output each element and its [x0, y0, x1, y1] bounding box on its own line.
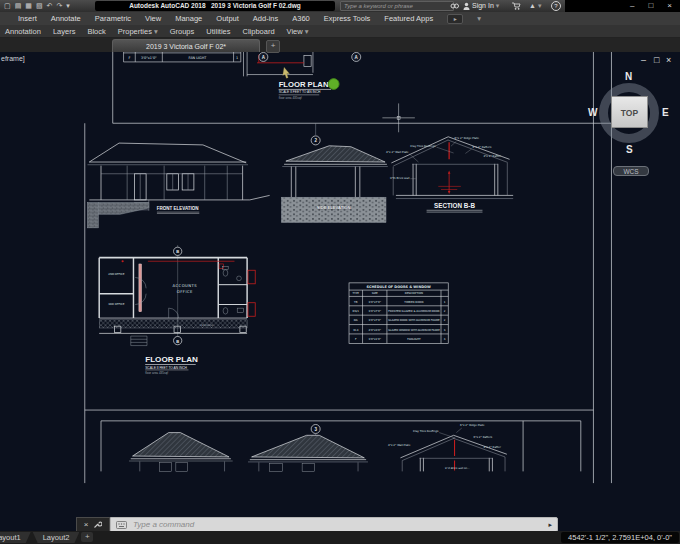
print-icon[interactable]: ▧	[36, 1, 43, 11]
ribbon-tab-bar: Insert Annotate Parametric View Manage O…	[0, 12, 680, 25]
cell: GLAZED WINDOW WITH ALUMINUM FRAME	[388, 328, 440, 332]
viewcube-top-face[interactable]: TOP	[611, 96, 648, 128]
model-space-canvas[interactable]: F 3'0"x1'0" FAN LIGHT 1 A A FLOOR PLAN S…	[0, 52, 680, 530]
minimize-button[interactable]: –	[630, 0, 634, 12]
floor-plan-scale-top: SCALE 8 FEET TO AN INCH	[279, 90, 321, 94]
viewcube-west[interactable]: W	[588, 107, 597, 118]
cell: 1	[444, 300, 446, 304]
viewcube-east[interactable]: E	[662, 107, 669, 118]
restore-button[interactable]: □	[648, 0, 653, 12]
redo-icon[interactable]: ↷	[56, 1, 62, 11]
floor-plan-title: FLOOR PLAN	[145, 355, 198, 364]
quick-access-caret-icon[interactable]: ▾	[66, 1, 70, 11]
annotation-wall-plate: 4"x 2" Wall Plate	[386, 150, 409, 154]
panel-properties-label: Properties	[118, 27, 152, 36]
connect-icon[interactable]: ▸	[447, 14, 463, 24]
col-header: DESCRIPTION	[405, 291, 423, 295]
panel-clipboard[interactable]: Clipboard	[242, 27, 274, 36]
panel-utilities[interactable]: Utilities	[206, 27, 230, 36]
room-label-2nd-office: 2ND OFFICE	[108, 272, 125, 276]
command-input-area[interactable]: ▸	[110, 517, 558, 532]
panel-groups[interactable]: Groups	[170, 27, 195, 36]
ribbon-tab-annotate[interactable]: Annotate	[51, 14, 81, 23]
exchange-apps-icon[interactable]: ▲▾	[529, 1, 541, 11]
cell: 3'0"x7'0"	[369, 300, 381, 304]
coordinates-readout: 4542'-1 1/2", 2.7591E+04, 0'-0"	[561, 532, 679, 543]
section-marker-b-top: B	[176, 249, 179, 254]
floor-plan-drawing: B 2ND OFFICE 3RD OFFICE	[99, 245, 255, 375]
room-label-3rd-office: 3RD OFFICE	[108, 302, 124, 306]
panel-view[interactable]: View ▾	[287, 27, 309, 36]
panel-annotation[interactable]: Annotation	[5, 27, 41, 36]
doc-close-button[interactable]: ×	[666, 56, 671, 65]
command-input[interactable]	[131, 519, 544, 530]
save-icon[interactable]: ▦	[25, 1, 32, 11]
command-expand-icon[interactable]: ▸	[548, 521, 552, 529]
room-label-veranda: VERANDAH	[200, 324, 213, 327]
doc-minimize-button[interactable]: –	[641, 56, 646, 65]
tab-layout1[interactable]: Layout1	[0, 532, 31, 543]
doc-restore-button[interactable]: □	[654, 56, 659, 65]
ribbon-caret-icon[interactable]: ▾	[477, 14, 481, 23]
ribbon-tab-manage[interactable]: Manage	[175, 14, 202, 23]
front-elevation-drawing: FRONT ELEVATION	[87, 143, 269, 228]
annotation-rafters: 6"x 2" Rafters	[473, 145, 492, 149]
top-sheet-fragment: F 3'0"x1'0" FAN LIGHT 1 A A FLOOR PLAN S…	[124, 52, 361, 100]
sheet-borders	[85, 52, 612, 483]
file-tab-active[interactable]: 2019 3 Victoria Golf F 02*	[112, 39, 260, 52]
cell: GLAZED DOOR WITH ALUMINUM FRAME	[388, 318, 440, 322]
table-cell: FAN LIGHT	[189, 56, 208, 60]
sign-in-button[interactable]: Sign In ▾	[463, 1, 499, 11]
red-dimension-lines	[438, 142, 461, 194]
tab-layout2[interactable]: Layout2	[33, 532, 80, 543]
undo-icon[interactable]: ↶	[47, 1, 53, 11]
ribbon-tab-express-tools[interactable]: Express Tools	[324, 14, 371, 23]
cursor-arrow-icon	[283, 67, 290, 78]
customize-wrench-icon[interactable]	[93, 520, 102, 529]
panel-block[interactable]: Block	[87, 27, 105, 36]
section-bb-drawing: Clay Tiles Roofings 6"x 2" Ridge Plate 6…	[386, 136, 513, 212]
crosshair-cursor	[382, 103, 414, 132]
room-label-accounts: ACCOUNTS	[173, 283, 198, 288]
highlighted-wall	[139, 264, 142, 312]
app-name: Autodesk AutoCAD 2018	[129, 2, 205, 9]
open-icon[interactable]: ▤	[15, 1, 22, 11]
ribbon-tab-view[interactable]: View	[145, 14, 161, 23]
viewcube-wcs-dropdown[interactable]: WCS	[613, 166, 649, 176]
ribbon-tab-insert[interactable]: Insert	[18, 14, 37, 23]
ribbon-tab-parametric[interactable]: Parametric	[95, 14, 131, 23]
annotation-roofing: Clay Tiles Roofings	[413, 429, 439, 433]
command-close-icon[interactable]: ×	[84, 520, 89, 529]
viewcube-south[interactable]: S	[626, 144, 633, 155]
panel-layers[interactable]: Layers	[53, 27, 76, 36]
col-header: SIZE	[372, 291, 378, 295]
annotation-brick-wall: 9"th Brick wall on...	[445, 467, 470, 470]
ribbon-tab-addins[interactable]: Add-ins	[253, 14, 278, 23]
viewcube-north[interactable]: N	[625, 71, 632, 82]
close-button[interactable]: ×	[667, 0, 672, 12]
ribbon-tab-a360[interactable]: A360	[292, 14, 310, 23]
floor-plan-area: floor area 435sqf	[145, 371, 168, 375]
section-bb-label: SECTION B-B	[434, 202, 475, 209]
status-bar: Layout1 Layout2 + 4542'-1 1/2", 2.7591E+…	[0, 531, 680, 544]
file-tab-bar: 2019 3 Victoria Golf F 02* +	[0, 38, 680, 52]
search-icon[interactable]	[450, 1, 459, 11]
panel-properties[interactable]: Properties ▾	[118, 27, 158, 36]
cell: 3'0"x7'0"	[369, 318, 381, 322]
new-icon[interactable]: ▢	[4, 1, 11, 11]
person-icon	[463, 2, 470, 10]
command-line-bar: × ▸	[76, 517, 558, 532]
cart-icon[interactable]	[512, 1, 521, 11]
add-layout-button[interactable]: +	[81, 532, 93, 542]
help-icon[interactable]: ?	[551, 1, 561, 11]
autocad-window: { "titlebar": { "app_name": "Autodesk Au…	[0, 0, 680, 544]
ribbon-tab-output[interactable]: Output	[216, 14, 239, 23]
search-input[interactable]	[340, 1, 454, 11]
chevron-down-icon: ▾	[154, 27, 158, 36]
cell: 4'0"x3'0"	[369, 328, 381, 332]
ribbon-tab-featured-apps[interactable]: Featured Apps	[384, 14, 433, 23]
document-name: 2019 3 Victoria Golf F 02.dwg	[211, 2, 301, 9]
cell: TB	[353, 300, 358, 304]
viewport-controls-fragment[interactable]: eframe]	[1, 55, 25, 62]
cell: F	[355, 337, 357, 341]
